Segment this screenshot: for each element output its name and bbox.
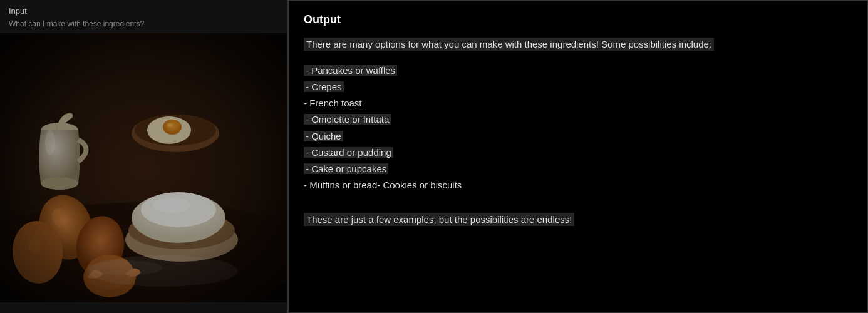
left-panel: Input What can I make with these ingredi… [0, 0, 288, 313]
list-item-text-2: - Crepes [304, 81, 344, 92]
list-item-text-6: - Custard or pudding [304, 147, 393, 158]
list-item: - Omelette or frittata [304, 111, 852, 128]
food-image [0, 33, 287, 302]
list-item-text-8: - Muffins or bread- Cookies or biscuits [304, 180, 462, 190]
input-image-container [0, 33, 287, 313]
list-item: - Muffins or bread- Cookies or biscuits [304, 177, 852, 193]
list-item-text-5: - Quiche [304, 131, 343, 141]
list-item: - Cake or cupcakes [304, 161, 852, 177]
output-intro-block: There are many options for what you can … [304, 36, 852, 53]
list-item: - Custard or pudding [304, 145, 852, 161]
list-item-text-4: - Omelette or frittata [304, 114, 391, 125]
input-subtext: What can I make with these ingredients? [0, 18, 287, 33]
output-footer-text: These are just a few examples, but the p… [304, 213, 574, 226]
output-label: Output [304, 13, 852, 26]
output-footer-block: These are just a few examples, but the p… [304, 214, 852, 225]
list-item: - French toast [304, 95, 852, 111]
list-item: - Crepes [304, 79, 852, 95]
list-item-text-3: - French toast [304, 98, 362, 108]
list-item-text-1: - Pancakes or waffles [304, 65, 397, 76]
list-item: - Pancakes or waffles [304, 63, 852, 79]
input-label: Input [0, 0, 287, 18]
list-item-text-7: - Cake or cupcakes [304, 163, 388, 174]
output-intro-text: There are many options for what you can … [304, 38, 714, 51]
right-panel: Output There are many options for what y… [288, 0, 868, 313]
svg-rect-25 [0, 33, 287, 302]
list-container: - Pancakes or waffles - Crepes - French … [304, 63, 852, 194]
list-item: - Quiche [304, 128, 852, 145]
